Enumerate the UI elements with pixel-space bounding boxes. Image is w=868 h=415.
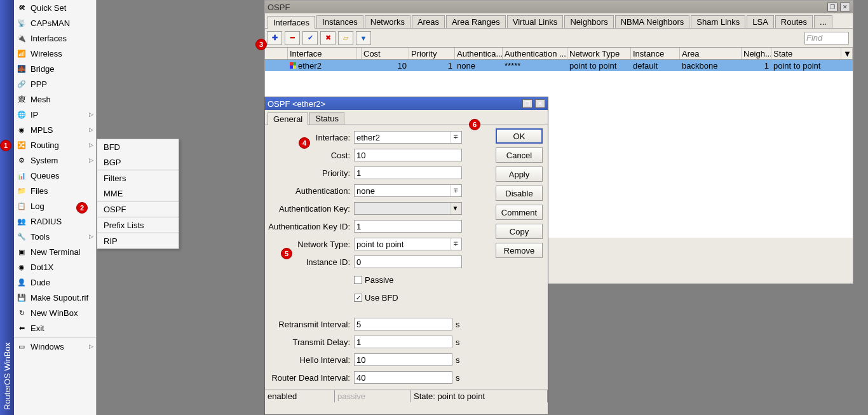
txdelay-input[interactable]: 1	[354, 336, 452, 348]
find-input[interactable]: Find	[804, 32, 849, 44]
maximize-icon[interactable]: ❐	[827, 3, 837, 11]
tab-areas[interactable]: Areas	[412, 15, 445, 28]
dropdown-icon[interactable]: ∓	[451, 185, 459, 196]
column-header[interactable]: Network Type	[567, 48, 631, 59]
tab-lsa[interactable]: LSA	[747, 15, 774, 28]
sidebar-item-new-terminal[interactable]: ▣New Terminal	[14, 244, 96, 259]
dropdown-icon[interactable]: ∓	[451, 132, 459, 143]
submenu-item-filters[interactable]: Filters	[97, 170, 179, 186]
authkey-input[interactable]: ▼	[354, 202, 462, 215]
sidebar-item-new-winbox[interactable]: ↻New WinBox	[14, 305, 96, 320]
column-header[interactable]	[265, 48, 288, 59]
tab--[interactable]: ...	[814, 15, 832, 28]
sidebar-item-dude[interactable]: 👤Dude	[14, 275, 96, 290]
comment-button[interactable]: ▱	[338, 31, 353, 45]
copy-button[interactable]: Copy	[496, 224, 543, 239]
tab-area-ranges[interactable]: Area Ranges	[446, 15, 506, 28]
submenu-item-ospf[interactable]: OSPF	[97, 201, 179, 217]
unit-label: s	[456, 355, 460, 365]
cancel-button[interactable]: Cancel	[496, 147, 543, 163]
sidebar-item-exit[interactable]: ⬅Exit	[14, 320, 96, 336]
ospf-tabs: InterfacesInstancesNetworksAreasArea Ran…	[265, 13, 853, 29]
submenu-item-mme[interactable]: MME	[97, 186, 179, 201]
sidebar-item-quick-set[interactable]: 🛠Quick Set	[14, 0, 96, 15]
passive-checkbox[interactable]	[354, 276, 362, 284]
tab-sham-links[interactable]: Sham Links	[691, 15, 745, 28]
table-row[interactable]: ether2 10 1 none ***** point to point de…	[265, 60, 853, 71]
hello-input[interactable]: 10	[354, 353, 452, 366]
column-header[interactable]: Area	[680, 48, 742, 59]
filter-button[interactable]: ▼	[356, 31, 371, 45]
authkeyid-input[interactable]: 1	[354, 220, 462, 233]
ospf-titlebar[interactable]: OSPF ❐ ✕	[265, 1, 853, 13]
priority-input[interactable]: 1	[354, 167, 462, 179]
tab-virtual-links[interactable]: Virtual Links	[507, 15, 564, 28]
dropdown-icon[interactable]: ∓	[451, 238, 459, 250]
sidebar-item-wireless[interactable]: 📶Wireless	[14, 46, 96, 61]
tab-instances[interactable]: Instances	[316, 15, 363, 28]
sidebar-item-routing[interactable]: 🔀Routing▷	[14, 137, 96, 153]
column-header[interactable]: Priority	[409, 48, 455, 59]
disable-button[interactable]: Disable	[496, 186, 543, 201]
sidebar-item-mesh[interactable]: 🕸Mesh	[14, 92, 96, 107]
nettype-select[interactable]: point to point∓	[354, 238, 462, 250]
sidebar-label: Interfaces	[31, 34, 67, 43]
sidebar-item-windows[interactable]: ▭Windows▷	[14, 339, 96, 354]
tab-nbma-neighbors[interactable]: NBMA Neighbors	[615, 15, 690, 28]
dialog-titlebar[interactable]: OSPF <ether2> ❐ ✕	[265, 97, 548, 110]
sidebar-item-interfaces[interactable]: 🔌Interfaces	[14, 31, 96, 46]
tab-networks[interactable]: Networks	[365, 15, 410, 28]
ospf-columns-header[interactable]: InterfaceCostPriorityAuthentica...Authen…	[265, 47, 853, 60]
interface-select[interactable]: ether2∓	[354, 131, 462, 144]
sidebar-item-capsman[interactable]: 📡CAPsMAN	[14, 15, 96, 31]
tab-routes[interactable]: Routes	[775, 15, 813, 28]
sidebar-item-ip[interactable]: 🌐IP▷	[14, 107, 96, 122]
menu-icon: ⬅	[17, 323, 27, 333]
column-header[interactable]: Instance	[631, 48, 680, 59]
sidebar-item-tools[interactable]: 🔧Tools▷	[14, 229, 96, 244]
retransmit-input[interactable]: 5	[354, 318, 452, 330]
sidebar-item-files[interactable]: 📁Files	[14, 183, 96, 198]
submenu-item-bgp[interactable]: BGP	[97, 154, 179, 170]
tab-neighbors[interactable]: Neighbors	[564, 15, 613, 28]
remove-button[interactable]: ━	[285, 31, 300, 45]
column-menu-icon[interactable]: ▼	[841, 48, 853, 59]
ok-button[interactable]: OK	[496, 128, 543, 144]
dead-input[interactable]: 40	[354, 371, 452, 384]
dropdown-icon[interactable]: ▼	[451, 203, 459, 214]
submenu-item-prefix-lists[interactable]: Prefix Lists	[97, 217, 179, 233]
enable-button[interactable]: ✔	[302, 31, 318, 45]
usebfd-checkbox[interactable]: ✓	[354, 294, 362, 302]
add-button[interactable]: ✚	[267, 31, 282, 45]
dialog-tab-general[interactable]: General	[268, 112, 308, 125]
maximize-icon[interactable]: ❐	[522, 99, 532, 108]
comment-button[interactable]: Comment	[496, 205, 543, 220]
sidebar-item-system[interactable]: ⚙System▷	[14, 153, 96, 168]
remove-button[interactable]: Remove	[496, 243, 543, 258]
column-header[interactable]: Authentication ...	[503, 48, 567, 59]
tab-interfaces[interactable]: Interfaces	[268, 16, 315, 29]
sidebar-item-queues[interactable]: 📊Queues	[14, 168, 96, 183]
sidebar-item-ppp[interactable]: 🔗PPP	[14, 76, 96, 92]
column-header[interactable]: Cost	[362, 48, 409, 59]
dialog-tab-status[interactable]: Status	[309, 112, 344, 125]
close-icon[interactable]: ✕	[535, 99, 545, 108]
column-header[interactable]: Interface	[288, 48, 356, 59]
cost-input[interactable]: 10	[354, 149, 462, 161]
column-header[interactable]: Authentica...	[455, 48, 503, 59]
sidebar-item-bridge[interactable]: 🌉Bridge	[14, 61, 96, 76]
sidebar-item-make-supout.rif[interactable]: 💾Make Supout.rif	[14, 290, 96, 305]
sidebar-item-dot1x[interactable]: ◉Dot1X	[14, 259, 96, 275]
column-header[interactable]	[356, 48, 362, 59]
close-icon[interactable]: ✕	[840, 3, 850, 11]
submenu-item-bfd[interactable]: BFD	[97, 139, 179, 154]
apply-button[interactable]: Apply	[496, 167, 543, 182]
submenu-item-rip[interactable]: RIP	[97, 233, 179, 248]
sidebar-item-radius[interactable]: 👥RADIUS	[14, 214, 96, 229]
auth-select[interactable]: none∓	[354, 184, 462, 197]
instanceid-input[interactable]: 0	[354, 255, 462, 268]
column-header[interactable]: State	[771, 48, 841, 59]
disable-button[interactable]: ✖	[320, 31, 336, 45]
sidebar-item-mpls[interactable]: ◉MPLS▷	[14, 122, 96, 137]
column-header[interactable]: Neigh...	[742, 48, 771, 59]
